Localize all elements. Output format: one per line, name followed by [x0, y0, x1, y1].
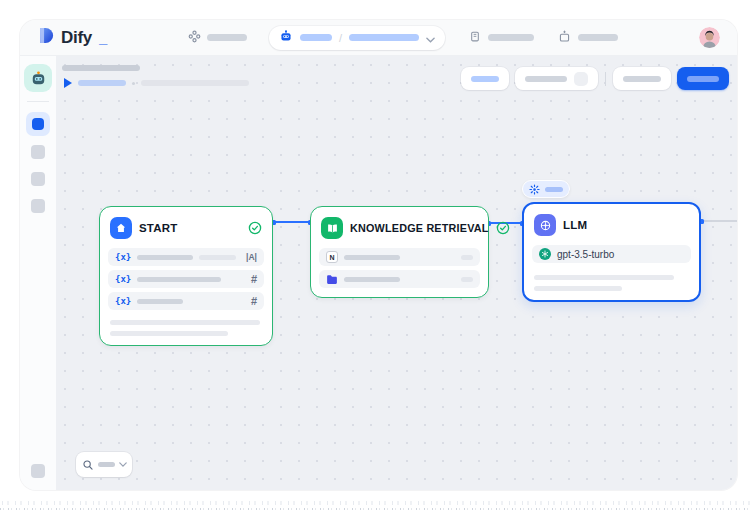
publish-button[interactable] — [677, 67, 729, 90]
app-switcher[interactable]: / — [269, 26, 445, 50]
node-start-variables: {x} |A| {x} # {x} # — [100, 248, 272, 310]
canvas-toolbar — [461, 67, 729, 90]
current-app-icon[interactable] — [24, 64, 52, 92]
nav-plugins[interactable] — [558, 29, 618, 47]
sidebar-item-2[interactable] — [31, 145, 45, 159]
orchestrate-icon — [32, 118, 44, 130]
toolbar-features-button[interactable] — [461, 67, 509, 90]
nav-explore[interactable] — [188, 29, 247, 47]
node-knowledge-sources: N — [311, 248, 488, 288]
source-meta-skeleton — [461, 277, 473, 282]
top-header: Dify_ — [20, 20, 737, 56]
page: Dify_ — [0, 0, 752, 512]
zoom-control[interactable] — [76, 452, 132, 477]
dify-logo[interactable]: Dify_ — [36, 26, 156, 49]
chevron-down-icon — [119, 462, 127, 467]
sidebar-item-3[interactable] — [31, 172, 45, 186]
run-label-skeleton — [78, 80, 126, 86]
run-meta-skeleton — [141, 80, 249, 86]
node-knowledge-header: KNOWLEDGE RETRIEVAL — [311, 215, 488, 239]
variable-icon: {x} — [115, 274, 131, 284]
variable-type-number: # — [251, 273, 257, 285]
zoom-icon — [82, 459, 94, 471]
sidebar-item-orchestrate[interactable] — [26, 112, 50, 136]
node-llm-title: LLM — [563, 219, 587, 231]
brand-name: Dify — [61, 28, 92, 48]
folder-icon — [326, 274, 338, 285]
home-icon — [110, 217, 132, 239]
robot-icon — [279, 29, 293, 47]
breadcrumb-separator: / — [339, 32, 342, 44]
llm-icon — [534, 214, 556, 236]
dot-separator — [132, 82, 135, 85]
sidebar-item-settings[interactable] — [31, 464, 45, 478]
preview-label-skeleton — [623, 76, 661, 82]
variable-row[interactable]: {x} # — [108, 292, 264, 310]
toolbar-preview-button[interactable] — [613, 67, 671, 90]
nav-plugins-label-skeleton — [578, 34, 618, 41]
nav-docs-label-skeleton — [488, 34, 534, 41]
model-name: gpt-3.5-turbo — [557, 249, 614, 260]
variable-type-number: # — [251, 295, 257, 307]
plugins-icon — [558, 29, 571, 47]
edge-llm-outgoing[interactable] — [701, 220, 737, 222]
chevron-down-icon[interactable] — [426, 29, 435, 47]
nav-explore-label-skeleton — [207, 34, 247, 41]
torn-edge-decoration — [0, 495, 752, 512]
publish-label-skeleton — [687, 76, 719, 82]
source-name-skeleton — [344, 255, 400, 260]
workspace-name-skeleton — [300, 34, 332, 41]
workflow-title-skeleton — [62, 65, 140, 71]
left-sidebar — [20, 56, 56, 490]
explore-icon — [188, 29, 201, 47]
variable-value-skeleton — [199, 255, 237, 260]
openai-icon — [539, 248, 551, 260]
variable-name-skeleton — [137, 255, 192, 260]
check-circle-icon — [496, 221, 510, 235]
features-label-skeleton — [471, 76, 499, 82]
workflow-canvas[interactable]: START {x} |A| {x} — [56, 56, 737, 490]
source-meta-skeleton — [461, 255, 473, 260]
variable-icon: {x} — [115, 252, 131, 262]
node-llm-model: gpt-3.5-turbo — [524, 245, 699, 263]
brand-caret: _ — [99, 29, 107, 46]
node-start-title: START — [139, 222, 177, 234]
description-skeleton — [110, 320, 260, 325]
variable-name-skeleton — [137, 299, 183, 304]
app-name-skeleton — [349, 34, 419, 41]
node-llm-description — [524, 275, 699, 291]
node-llm[interactable]: LLM gpt-3.5-turbo — [522, 202, 701, 302]
play-icon[interactable] — [64, 78, 72, 88]
toolbar-divider — [605, 72, 606, 86]
edge-start-to-knowledge[interactable] — [273, 221, 311, 223]
nav-docs[interactable] — [469, 29, 534, 47]
app-window: Dify_ — [20, 20, 737, 490]
toolbar-run-group[interactable] — [515, 67, 598, 90]
notion-icon: N — [326, 251, 338, 263]
variable-icon: {x} — [115, 296, 131, 306]
knowledge-source-row[interactable]: N — [319, 248, 480, 266]
node-start-description — [100, 320, 272, 336]
running-label-skeleton — [545, 187, 563, 192]
run-shortcut-chip — [574, 72, 588, 86]
knowledge-source-row[interactable] — [319, 270, 480, 288]
sidebar-divider — [27, 101, 49, 102]
docs-icon — [469, 29, 481, 47]
variable-row[interactable]: {x} |A| — [108, 248, 264, 266]
spinner-icon — [529, 184, 540, 195]
dify-logo-icon — [36, 26, 55, 49]
source-name-skeleton — [344, 277, 400, 282]
workflow-run-status — [64, 78, 249, 88]
check-circle-icon — [248, 221, 262, 235]
sidebar-item-4[interactable] — [31, 199, 45, 213]
node-knowledge-retrieval[interactable]: KNOWLEDGE RETRIEVAL N — [310, 206, 489, 298]
variable-name-skeleton — [137, 277, 221, 282]
variable-row[interactable]: {x} # — [108, 270, 264, 288]
model-row[interactable]: gpt-3.5-turbo — [532, 245, 691, 263]
description-skeleton — [534, 286, 622, 291]
description-skeleton — [534, 275, 674, 280]
user-avatar[interactable] — [699, 27, 720, 48]
node-start[interactable]: START {x} |A| {x} — [99, 206, 273, 346]
book-icon — [321, 217, 343, 239]
node-llm-header: LLM — [524, 212, 699, 236]
